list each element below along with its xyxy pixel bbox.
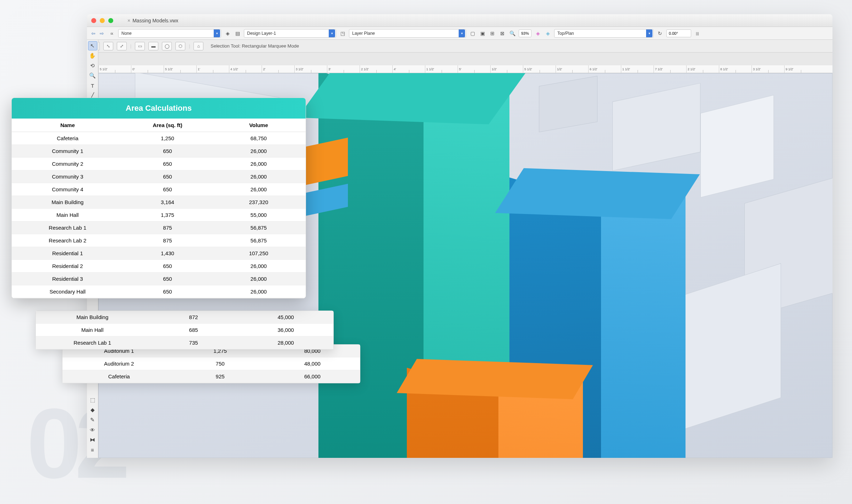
cell-area: 872 [149, 311, 238, 324]
eyedropper-tool[interactable]: ✎ [88, 415, 97, 424]
cell-name: Cafeteria [62, 370, 175, 383]
plane-dropdown-value: Layer Plane [352, 31, 375, 36]
cell-area: 650 [124, 273, 212, 285]
cell-name: Secondary Hall [12, 285, 124, 298]
cell-area: 3,164 [124, 196, 212, 209]
marquee-filled-icon[interactable]: ▬ [148, 42, 158, 50]
cell-volume: 26,000 [212, 260, 306, 273]
marquee-lasso-icon[interactable]: ◯ [162, 42, 172, 50]
cell-area: 925 [175, 370, 264, 383]
render-cube-icon[interactable]: ◈ [534, 30, 541, 37]
table-row[interactable]: Cafeteria92566,000 [62, 370, 360, 383]
document-tab-title[interactable]: Massing Models.vwx [132, 18, 178, 23]
ruler-tick: 1 1/2' [425, 65, 458, 73]
plane-dropdown[interactable]: Layer Plane [349, 29, 466, 38]
plane-icon[interactable]: ◳ [339, 30, 346, 37]
table-row[interactable]: Research Lab 287556,875 [12, 234, 306, 247]
table-row[interactable]: Main Hall68536,000 [36, 324, 333, 336]
table-row[interactable]: Community 365026,000 [12, 170, 306, 183]
tab-close-icon[interactable]: × [127, 18, 130, 23]
cell-name: Community 2 [12, 158, 124, 170]
align-tool[interactable]: ≡ [88, 445, 97, 454]
pan-tool[interactable]: ✋ [88, 51, 97, 60]
minimize-button[interactable] [100, 18, 105, 23]
ruler-tick: 5' [458, 65, 490, 73]
fit-objects-icon[interactable]: ⊞ [489, 30, 496, 37]
nav-back-icon[interactable]: ⇦ [90, 30, 97, 37]
title-bar: × Massing Models.vwx [87, 14, 832, 27]
flyover-tool[interactable]: ⟲ [88, 61, 97, 70]
cell-volume: 56,875 [212, 221, 306, 234]
cell-name: Research Lab 2 [12, 234, 124, 247]
attribute-tool[interactable]: ◆ [88, 405, 97, 415]
selection-tool[interactable]: ↖ [88, 41, 97, 50]
cell-volume: 68,750 [212, 132, 306, 145]
magnifier-icon[interactable]: 🔍 [509, 30, 516, 37]
close-button[interactable] [91, 18, 96, 23]
layers-stack-icon[interactable]: ◈ [224, 30, 231, 37]
cell-name: Community 1 [12, 145, 124, 158]
selection-mode-2-icon[interactable]: ⤡ [103, 42, 113, 50]
selection-mode-3-icon[interactable]: ⤢ [117, 42, 127, 50]
cell-volume: 36,000 [238, 324, 333, 336]
table-row[interactable]: Residential 265026,000 [12, 260, 306, 273]
table-row[interactable]: Main Building87245,000 [36, 311, 333, 324]
rotation-field[interactable]: 0.00° [666, 29, 691, 37]
mirror-tool[interactable]: ⧓ [88, 435, 97, 444]
ruler-tick: 0' [131, 65, 164, 73]
table-row[interactable]: Research Lab 187556,875 [12, 221, 306, 234]
ruler-tick: 1/2' [490, 65, 523, 73]
cell-volume: 48,000 [265, 357, 360, 370]
text-tool[interactable]: T [88, 81, 97, 90]
table-row[interactable]: Residential 365026,000 [12, 273, 306, 285]
sub-table-b: Auditorium 11,27580,000Auditorium 275048… [62, 345, 360, 383]
cell-area: 685 [149, 324, 238, 336]
cell-volume: 107,250 [212, 247, 306, 260]
table-row[interactable]: Secondary Hall65026,000 [12, 285, 306, 298]
ruler-tick: 5 1/2' [164, 65, 196, 73]
fit-page-icon[interactable]: ▣ [479, 30, 486, 37]
table-row[interactable]: Community 265026,000 [12, 158, 306, 170]
maximize-button[interactable] [108, 18, 113, 23]
layers-list-icon[interactable]: ▤ [234, 30, 241, 37]
marquee-rect-icon[interactable]: ▭ [135, 42, 145, 50]
ruler-tick: 1' [196, 65, 229, 73]
visibility-tool[interactable]: 👁 [88, 425, 97, 434]
rotate-icon[interactable]: ↻ [656, 30, 663, 37]
view-dropdown[interactable]: Top/Plan [554, 29, 654, 38]
cell-volume: 28,000 [238, 336, 333, 349]
cell-area: 875 [124, 234, 212, 247]
table-row[interactable]: Cafeteria1,25068,750 [12, 132, 306, 145]
marquee-polygon-icon[interactable]: ⬡ [175, 42, 185, 50]
table-row[interactable]: Residential 11,430107,250 [12, 247, 306, 260]
zoom-field[interactable]: 93% [519, 29, 531, 37]
area-calculations-panel: Area Calculations Name Area (sq. ft) Vol… [11, 98, 306, 298]
table-row[interactable]: Research Lab 173528,000 [36, 336, 333, 349]
symbol-tool[interactable]: ⬚ [88, 395, 97, 405]
cell-area: 735 [149, 336, 238, 349]
ruler-tick: 4' [392, 65, 425, 73]
class-dropdown[interactable]: None [118, 29, 221, 38]
table-row[interactable]: Community 165026,000 [12, 145, 306, 158]
layer-dropdown[interactable]: Design Layer-1 [244, 29, 336, 38]
zoom-extents-icon[interactable]: ⊠ [499, 30, 506, 37]
cell-area: 1,250 [124, 132, 212, 145]
layer-dropdown-value: Design Layer-1 [247, 31, 276, 36]
render-mode-icon[interactable]: ◈ [544, 30, 551, 37]
wall-tool-icon[interactable]: ⌂ [193, 42, 203, 50]
cell-name: Main Building [12, 196, 124, 209]
table-row[interactable]: Community 465026,000 [12, 183, 306, 196]
ruler-tick: 5 1/2' [523, 65, 556, 73]
table-row[interactable]: Auditorium 275048,000 [62, 357, 360, 370]
cell-name: Community 3 [12, 170, 124, 183]
cell-volume: 237,320 [212, 196, 306, 209]
nav-forward-icon[interactable]: ⇨ [98, 30, 105, 37]
table-row[interactable]: Main Building3,164237,320 [12, 196, 306, 209]
grip-icon[interactable]: ⫼ [694, 30, 701, 37]
page-icon[interactable]: ▢ [469, 30, 476, 37]
table-row[interactable]: Main Hall1,37555,000 [12, 209, 306, 221]
share-icon[interactable]: ∝ [108, 30, 115, 37]
cell-area: 650 [124, 145, 212, 158]
ruler-tick: 1 1/2' [621, 65, 654, 73]
zoom-tool[interactable]: 🔍 [88, 71, 97, 80]
